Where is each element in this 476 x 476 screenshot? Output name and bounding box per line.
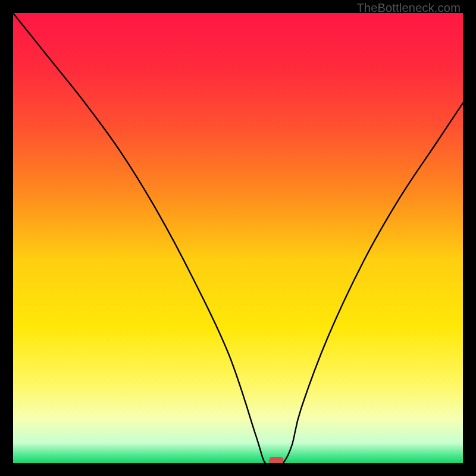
bottleneck-chart <box>13 13 463 463</box>
minimum-marker <box>269 457 283 463</box>
gradient-fill <box>13 13 463 463</box>
chart-frame <box>13 13 463 463</box>
